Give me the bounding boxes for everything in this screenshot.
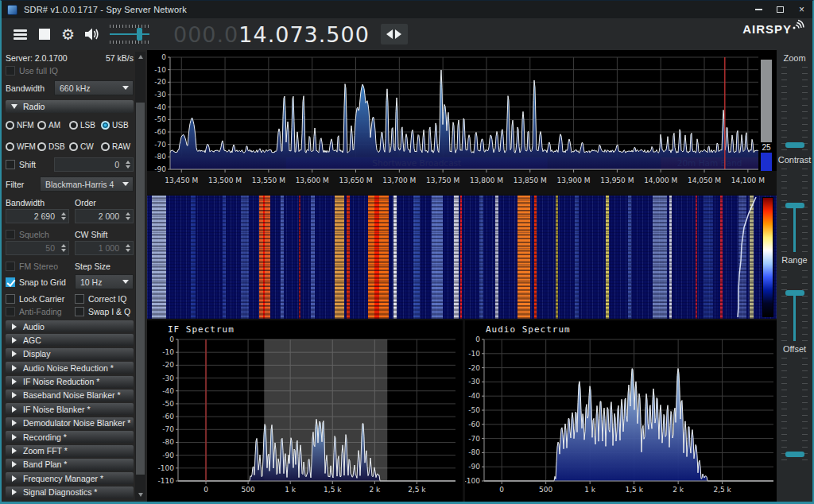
svg-text:14,000 M: 14,000 M xyxy=(644,176,677,184)
shift-input[interactable]: 0 xyxy=(54,157,134,172)
scroll-down-icon[interactable] xyxy=(135,490,145,500)
mode-radio-am[interactable]: AM xyxy=(37,121,69,130)
shift-checkbox[interactable]: Shift xyxy=(6,160,36,169)
correct-iq-label: Correct IQ xyxy=(88,294,126,304)
mode-radio-lsb[interactable]: LSB xyxy=(69,121,101,130)
mode-radio-wfm[interactable]: WFM xyxy=(6,142,37,151)
sidebar-panel-baseband-noise-blanker[interactable]: Baseband Noise Blanker * xyxy=(6,390,134,401)
svg-text:-90: -90 xyxy=(468,463,480,471)
stop-button[interactable] xyxy=(33,24,55,45)
volume-thumb[interactable] xyxy=(137,28,142,41)
svg-text:0: 0 xyxy=(169,335,174,343)
frequency-display[interactable]: 000.014.073.500 xyxy=(173,22,370,47)
radio-dot xyxy=(37,121,46,130)
sidebar-panel-audio-noise-reduction[interactable]: Audio Noise Reduction * xyxy=(6,362,134,374)
svg-text:1,5 k: 1,5 k xyxy=(625,486,643,494)
zoom-slider-thumb[interactable] xyxy=(785,142,804,148)
squelch-input[interactable]: 50 xyxy=(6,241,69,255)
order-value: 2 000 xyxy=(76,211,122,221)
volume-slider[interactable] xyxy=(108,24,153,45)
svg-text:-70: -70 xyxy=(162,425,174,433)
panel-label: AGC xyxy=(23,335,41,345)
order-input[interactable]: 2 000 xyxy=(75,209,134,223)
sidebar-panel-signal-diagnostics[interactable]: Signal Diagnostics * xyxy=(6,487,134,498)
radio-section-header[interactable]: Radio xyxy=(6,100,134,113)
spinner-icons[interactable] xyxy=(122,212,133,220)
filter-select[interactable]: Blackman-Harris 4 xyxy=(40,176,134,192)
mode-radio-nfm[interactable]: NFM xyxy=(6,121,37,130)
correct-iq-checkbox[interactable]: Correct IQ xyxy=(75,294,134,304)
panel-label: Display xyxy=(23,349,50,359)
maximize-button[interactable] xyxy=(769,1,791,18)
sidebar-panel-display[interactable]: Display xyxy=(6,348,134,360)
tune-down-icon[interactable] xyxy=(386,29,393,39)
if-spectrum-panel[interactable]: IF Spectrum 0-10-20-30-40-50-60-70-80-90… xyxy=(147,320,463,503)
bandwidth-select[interactable]: 660 kHz xyxy=(54,80,134,95)
zoom-slider[interactable] xyxy=(780,64,809,150)
mute-button[interactable] xyxy=(81,24,103,45)
spinner-icons[interactable] xyxy=(58,212,68,220)
close-button[interactable]: × xyxy=(791,1,812,18)
app-window: SDR# v1.0.0.1717 - Spy Server Network × … xyxy=(0,0,814,504)
audio-spectrum-panel[interactable]: Audio Spectrum 0-10-20-30-40-50-60-70-80… xyxy=(465,320,778,503)
svg-text:13,800 M: 13,800 M xyxy=(470,176,503,184)
fm-stereo-checkbox[interactable]: FM Stereo xyxy=(6,262,69,271)
sidebar-panel-band-plan[interactable]: Band Plan * xyxy=(6,459,134,471)
sidebar-panel-demodulator-noise-blanker[interactable]: Demodulator Noise Blanker * xyxy=(6,417,134,429)
tune-step-buttons[interactable] xyxy=(381,24,408,45)
svg-text:-10: -10 xyxy=(468,350,480,358)
spinner-icons[interactable] xyxy=(122,244,133,252)
use-full-iq-checkbox[interactable]: Use full IQ xyxy=(6,66,134,76)
offset-slider-thumb[interactable] xyxy=(785,452,804,457)
offset-slider[interactable] xyxy=(780,357,809,460)
scrollbar-thumb[interactable] xyxy=(136,103,145,475)
swap-iq-checkbox[interactable]: Swap I & Q xyxy=(75,307,134,316)
menu-button[interactable] xyxy=(10,24,31,45)
sidebar: Server: 2.0.1700 57 kB/s Use full IQ Ban… xyxy=(2,50,147,502)
bandwidth-input[interactable]: 2 690 xyxy=(6,209,69,223)
mode-label: USB xyxy=(112,121,129,130)
tune-up-icon[interactable] xyxy=(395,29,401,39)
settings-button[interactable]: ⚙ xyxy=(57,24,79,45)
sidebar-panel-audio[interactable]: Audio xyxy=(6,320,134,332)
waterfall-panel[interactable] xyxy=(147,196,778,319)
range-slider-thumb[interactable] xyxy=(785,290,804,296)
snap-to-grid-checkbox[interactable]: Snap to Grid xyxy=(6,277,66,287)
sidebar-panel-frequency-manager[interactable]: Frequency Manager * xyxy=(6,472,134,484)
scroll-up-icon[interactable] xyxy=(135,52,145,62)
mode-radio-cw[interactable]: CW xyxy=(69,142,101,151)
contrast-slider[interactable] xyxy=(780,168,809,252)
bandwidth-value: 2 690 xyxy=(6,211,58,221)
svg-text:13,550 M: 13,550 M xyxy=(252,176,285,184)
minimize-button[interactable] xyxy=(748,1,769,18)
anti-fading-checkbox[interactable]: Anti-Fading xyxy=(6,307,69,316)
sidebar-panel-recording[interactable]: Recording * xyxy=(6,431,134,443)
chevron-collapsed-icon xyxy=(12,378,17,385)
svg-text:-30: -30 xyxy=(154,91,166,99)
mode-radio-usb[interactable]: USB xyxy=(101,121,134,130)
squelch-checkbox[interactable]: Squelch xyxy=(6,230,69,239)
step-size-select[interactable]: 10 Hz xyxy=(75,274,134,289)
svg-text:-10: -10 xyxy=(162,348,174,356)
sidebar-panel-zoom-fft[interactable]: Zoom FFT * xyxy=(6,445,134,457)
window-title: SDR# v1.0.0.1717 - Spy Server Network xyxy=(24,5,187,14)
range-slider[interactable] xyxy=(780,268,809,341)
main-spectrum-panel[interactable]: 25 Shortwave Broadcast20m Ham Band0-10-2… xyxy=(147,50,778,194)
mode-radio-raw[interactable]: RAW xyxy=(101,142,134,151)
lock-carrier-checkbox[interactable]: Lock Carrier xyxy=(6,294,69,304)
cw-shift-input[interactable]: 1 000 xyxy=(75,241,134,255)
sidebar-panel-agc[interactable]: AGC xyxy=(6,334,134,346)
sidebar-panel-if-noise-blanker[interactable]: IF Noise Blanker * xyxy=(6,403,134,415)
fm-stereo-label: FM Stereo xyxy=(19,262,58,271)
mode-radio-dsb[interactable]: DSB xyxy=(37,142,69,151)
svg-text:-30: -30 xyxy=(162,374,174,382)
svg-text:2,5 k: 2,5 k xyxy=(408,486,426,494)
filter-label: Filter xyxy=(6,180,24,189)
spinner-icons[interactable] xyxy=(58,244,68,252)
display-area: 25 Shortwave Broadcast20m Ham Band0-10-2… xyxy=(147,50,778,502)
svg-text:-70: -70 xyxy=(468,435,480,443)
sidebar-panel-if-noise-reduction[interactable]: IF Noise Reduction * xyxy=(6,376,134,388)
sidebar-scrollbar[interactable] xyxy=(135,52,145,500)
contrast-slider-thumb[interactable] xyxy=(785,203,804,208)
spinner-icons[interactable] xyxy=(122,161,133,169)
